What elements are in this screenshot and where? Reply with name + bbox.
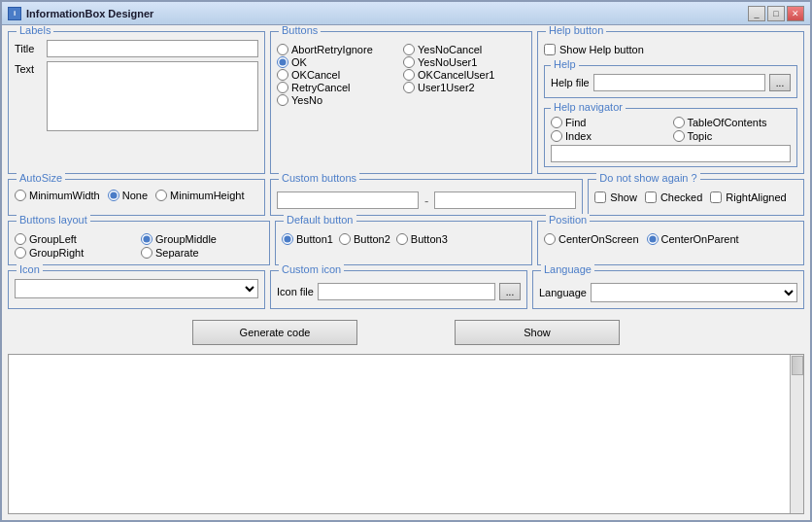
radio-retry-cancel[interactable]: RetryCancel (277, 82, 399, 93)
radio-find[interactable]: Find (551, 117, 669, 128)
text-label: Text (15, 61, 42, 75)
right-aligned-checkbox[interactable]: RightAligned (710, 191, 786, 203)
show-button[interactable]: Show (455, 320, 620, 345)
custom-icon-group-label: Custom icon (279, 263, 344, 275)
labels-group: Labels Title Text (8, 31, 265, 174)
button2-label: Button2 (354, 233, 390, 245)
radio-yes-no-cancel[interactable]: YesNoCancel (403, 44, 525, 55)
icon-file-browse-button[interactable]: ... (499, 283, 521, 300)
custom-icon-group: Custom icon Icon file ... (270, 270, 527, 309)
title-bar: i InformationBox Designer _ □ ✕ (2, 2, 810, 25)
radio-minimum-height[interactable]: MinimumHeight (155, 190, 244, 201)
icon-file-input[interactable] (318, 283, 495, 300)
radio-button2[interactable]: Button2 (339, 233, 390, 245)
radio-separate[interactable]: Separate (141, 247, 263, 259)
do-not-show-inner: Show Checked RightAligned (594, 191, 797, 203)
radio-group-middle[interactable]: GroupMiddle (141, 233, 263, 245)
maximize-button[interactable]: □ (767, 6, 785, 21)
scrollbar-thumb[interactable] (792, 356, 803, 375)
separate-label: Separate (155, 247, 199, 259)
abort-retry-ignore-label: AbortRetryIgnore (291, 44, 373, 55)
window-icon: i (8, 7, 21, 20)
radio-center-on-screen[interactable]: CenterOnScreen (544, 233, 639, 245)
checked-checkbox-input[interactable] (645, 191, 657, 203)
radio-minimum-width[interactable]: MinimumWidth (15, 190, 100, 201)
labels-group-label: Labels (17, 25, 53, 36)
ok-cancel-label: OKCancel (291, 69, 340, 81)
buttons-layout-grid: GroupLeft GroupMiddle GroupRight Separat… (15, 233, 263, 259)
custom-icon-inner: Icon file ... (277, 283, 521, 300)
right-aligned-checkbox-input[interactable] (710, 191, 722, 203)
window-title: InformationBox Designer (26, 8, 153, 19)
radio-button1[interactable]: Button1 (282, 233, 333, 245)
radio-group-right[interactable]: GroupRight (15, 247, 137, 259)
checked-checkbox-label: Checked (660, 191, 702, 203)
icon-group: Icon (8, 270, 265, 309)
help-file-row: Help file ... (551, 74, 791, 91)
icon-select[interactable] (15, 279, 258, 298)
table-of-contents-label: TableOfContents (688, 117, 767, 128)
language-select[interactable] (591, 283, 797, 302)
close-button[interactable]: ✕ (787, 6, 804, 21)
custom-button-input-1[interactable] (277, 191, 419, 209)
buttons-layout-group: Buttons layout GroupLeft GroupMiddle Gro… (8, 221, 270, 265)
show-checkbox[interactable]: Show (594, 191, 637, 203)
buttons-group: Buttons AbortRetryIgnore YesNoCancel OK (270, 31, 532, 174)
right-aligned-label: RightAligned (726, 191, 786, 203)
topic-label: Topic (688, 130, 713, 142)
help-file-label: Help file (551, 77, 590, 88)
group-left-label: GroupLeft (29, 233, 77, 245)
help-file-browse-button[interactable]: ... (769, 74, 791, 91)
generate-code-button[interactable]: Generate code (192, 320, 357, 345)
show-help-label: Show Help button (559, 44, 644, 55)
radio-table-of-contents[interactable]: TableOfContents (673, 117, 792, 128)
show-checkbox-input[interactable] (594, 191, 606, 203)
minimize-button[interactable]: _ (748, 6, 765, 21)
radio-yes-no[interactable]: YesNo (277, 94, 399, 106)
auto-size-group: AutoSize MinimumWidth None MinimumHeight (8, 179, 265, 216)
radio-ok[interactable]: OK (277, 56, 399, 68)
radio-abort-retry-ignore[interactable]: AbortRetryIgnore (277, 44, 399, 55)
minimum-height-label: MinimumHeight (170, 190, 244, 201)
help-group: Help button Show Help button Help Help f… (537, 31, 804, 174)
group-right-label: GroupRight (29, 247, 84, 259)
custom-buttons-label: Custom buttons (279, 172, 359, 184)
action-buttons: Generate code Show (8, 314, 804, 349)
icon-group-label: Icon (17, 263, 43, 275)
output-box (8, 354, 804, 514)
custom-button-input-2[interactable] (434, 191, 576, 209)
radio-user1-user2[interactable]: User1User2 (403, 82, 525, 93)
radio-none[interactable]: None (108, 190, 148, 201)
help-nav-input[interactable] (551, 145, 791, 162)
title-input[interactable] (47, 40, 258, 57)
show-help-checkbox[interactable]: Show Help button (544, 44, 644, 55)
help-file-input[interactable] (593, 74, 765, 91)
radio-button3[interactable]: Button3 (396, 233, 448, 245)
custom-buttons-inner: - (277, 191, 576, 209)
text-textarea[interactable] (47, 61, 258, 131)
help-group-label: Help button (546, 25, 606, 36)
radio-group-left[interactable]: GroupLeft (15, 233, 137, 245)
user1-user2-label: User1User2 (418, 82, 475, 93)
custom-button-separator: - (423, 193, 430, 208)
checked-checkbox[interactable]: Checked (645, 191, 702, 203)
show-help-input[interactable] (544, 44, 556, 55)
do-not-show-label: Do not show again ? (596, 172, 699, 184)
third-section: Buttons layout GroupLeft GroupMiddle Gro… (8, 221, 804, 265)
top-section: Labels Title Text Buttons (8, 31, 804, 174)
radio-ok-cancel-user1[interactable]: OKCancelUser1 (403, 69, 525, 81)
index-label: Index (565, 130, 592, 142)
buttons-layout-label: Buttons layout (17, 214, 90, 226)
labels-inner: Title Text (15, 40, 258, 131)
radio-center-on-parent[interactable]: CenterOnParent (647, 233, 739, 245)
radio-ok-cancel[interactable]: OKCancel (277, 69, 399, 81)
buttons-radio-grid: AbortRetryIgnore YesNoCancel OK YesNoUse… (277, 44, 525, 106)
radio-yes-no-user1[interactable]: YesNoUser1 (403, 56, 525, 68)
group-middle-label: GroupMiddle (155, 233, 217, 245)
scrollbar-vertical[interactable] (790, 355, 803, 513)
yes-no-label: YesNo (291, 94, 322, 106)
radio-topic[interactable]: Topic (673, 130, 792, 142)
buttons-group-label: Buttons (279, 25, 321, 36)
ok-label: OK (291, 56, 307, 68)
radio-index[interactable]: Index (551, 130, 669, 142)
